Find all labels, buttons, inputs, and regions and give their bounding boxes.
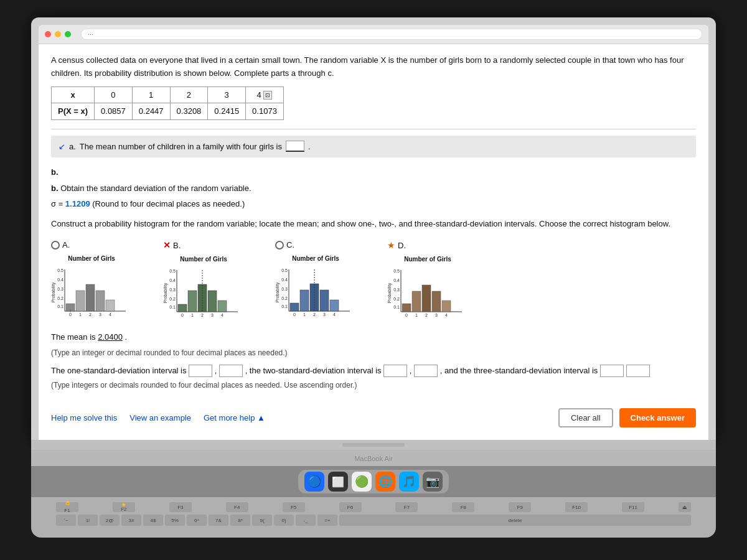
svg-text:0.5: 0.5 xyxy=(57,268,63,273)
svg-text:0.4: 0.4 xyxy=(57,278,63,282)
svg-text:0.1: 0.1 xyxy=(169,305,176,309)
fn-key-f11[interactable]: F11 xyxy=(622,502,644,512)
fn-key-f1[interactable]: 🌞 F1 xyxy=(56,502,78,512)
svg-rect-28 xyxy=(188,291,197,312)
interval-note: (Type integers or decimals rounded to fo… xyxy=(51,380,696,391)
svg-text:0.2: 0.2 xyxy=(57,296,63,301)
svg-rect-10 xyxy=(86,284,95,311)
key-backtick[interactable]: `~ xyxy=(56,515,76,526)
minimize-button[interactable] xyxy=(55,31,61,37)
fn-key-f9[interactable]: F9 xyxy=(509,502,531,512)
table-icon[interactable]: ⊡ xyxy=(263,91,272,100)
fn-key-f4[interactable]: F4 xyxy=(226,502,248,512)
svg-text:0: 0 xyxy=(405,313,408,317)
key-4[interactable]: 4$ xyxy=(143,515,163,526)
key-delete[interactable]: delete xyxy=(339,515,691,526)
interval-input-3a[interactable] xyxy=(600,365,624,377)
fn-key-f10[interactable]: F10 xyxy=(565,502,588,512)
interval-input-1a[interactable] xyxy=(189,365,212,377)
histogram-option-a[interactable]: A. Number of Girls Probability xyxy=(51,239,132,320)
svg-rect-65 xyxy=(402,304,411,312)
radio-c[interactable] xyxy=(275,241,284,250)
histogram-a-svg: Probability 0.5 0.4 0.3 0.2 0.1 xyxy=(51,264,132,320)
svg-text:3: 3 xyxy=(435,313,438,317)
dock-activity-icon[interactable]: ⬜ xyxy=(328,472,348,492)
svg-rect-31 xyxy=(218,301,227,312)
svg-text:1: 1 xyxy=(79,312,82,317)
fn-key-f2[interactable]: ☀️ F2 xyxy=(113,502,135,512)
key-9[interactable]: 9( xyxy=(252,515,272,526)
svg-rect-50 xyxy=(330,300,339,311)
option-d-hist-title: Number of Girls xyxy=(387,254,468,264)
option-a-hist-title: Number of Girls xyxy=(51,254,132,263)
check-answer-button[interactable]: Check answer xyxy=(619,408,696,427)
interval-input-1b[interactable] xyxy=(219,365,243,377)
key-2[interactable]: 2@ xyxy=(100,515,120,526)
sigma-note: (Round to four decimal places as needed.… xyxy=(92,199,245,208)
dock-web-icon[interactable]: 🌐 xyxy=(375,472,395,492)
part-b-label: b. xyxy=(51,166,696,179)
svg-text:0.5: 0.5 xyxy=(169,269,176,273)
key-8[interactable]: 8* xyxy=(230,515,250,526)
interval-input-2a[interactable] xyxy=(383,365,407,377)
table-val-3: 0.2415 xyxy=(208,103,246,120)
fn-key-f6[interactable]: F6 xyxy=(339,502,362,512)
radio-a[interactable] xyxy=(51,241,60,250)
interval-input-2b[interactable] xyxy=(414,365,438,377)
svg-text:0: 0 xyxy=(181,313,184,317)
browser-bar: ··· xyxy=(39,25,708,44)
histogram-option-b[interactable]: ✕ B. Number of Girls Probability 0.5 0.4… xyxy=(163,239,244,321)
dock-camera-icon[interactable]: 📷 xyxy=(423,472,443,492)
part-a-input[interactable] xyxy=(286,141,304,152)
fn-key-f7[interactable]: F7 xyxy=(395,502,418,512)
dock-music-icon[interactable]: 🎵 xyxy=(399,472,419,492)
svg-rect-46 xyxy=(290,303,299,311)
probability-table: x 0 1 2 3 4 ⊡ P(X = x) 0.0857 0.2447 0.3… xyxy=(51,86,284,120)
view-example-button[interactable]: View an example xyxy=(129,413,191,422)
key-minus[interactable]: -_ xyxy=(296,515,316,526)
fn-key-f5[interactable]: F5 xyxy=(283,502,305,512)
key-5[interactable]: 5% xyxy=(165,515,185,526)
key-3[interactable]: 3# xyxy=(121,515,141,526)
svg-text:Probability: Probability xyxy=(163,283,168,304)
svg-text:0.2: 0.2 xyxy=(393,297,400,301)
interval-input-3b[interactable] xyxy=(626,365,650,377)
svg-text:2: 2 xyxy=(201,313,204,317)
key-0[interactable]: 0) xyxy=(274,515,294,526)
histogram-option-d[interactable]: ★ D. Number of Girls Probability 0.5 0.4… xyxy=(387,239,468,321)
interval-text2: , the two-standard-deviation interval is xyxy=(245,366,382,375)
table-val-4: 0.1073 xyxy=(246,103,284,120)
key-equals[interactable]: =+ xyxy=(317,515,337,526)
fn-key-f8[interactable]: F8 xyxy=(452,502,474,512)
dock-finder-icon[interactable]: 🔵 xyxy=(304,472,324,492)
get-more-help-button[interactable]: Get more help ▲ xyxy=(204,413,265,422)
url-bar[interactable]: ··· xyxy=(81,29,702,40)
interval-comma2: , xyxy=(410,366,412,375)
interval-row: The one-standard-deviation interval is ,… xyxy=(51,365,696,378)
svg-rect-27 xyxy=(178,304,187,312)
dock-chrome-icon[interactable]: 🟢 xyxy=(352,472,372,492)
fn-key-delete[interactable]: ⏏ xyxy=(679,502,691,512)
action-buttons: Clear all Check answer xyxy=(558,408,696,427)
svg-text:1: 1 xyxy=(415,313,418,317)
intro-text: A census collected data on everyone that… xyxy=(51,54,696,80)
svg-text:0.3: 0.3 xyxy=(393,287,400,292)
part-b-section: b. b. Obtain the standard deviation of t… xyxy=(51,166,696,210)
svg-text:0.4: 0.4 xyxy=(281,278,288,282)
clear-all-button[interactable]: Clear all xyxy=(558,408,613,427)
table-header-4: 4 ⊡ xyxy=(246,86,284,103)
histogram-option-c[interactable]: C. Number of Girls Probability 0.5 0.4 0… xyxy=(275,239,356,320)
key-7[interactable]: 7& xyxy=(209,515,228,526)
table-val-0: 0.0857 xyxy=(95,103,133,120)
key-1[interactable]: 1! xyxy=(78,515,98,526)
sigma-line: σ = 1.1209 (Round to four decimal places… xyxy=(51,198,696,210)
key-6[interactable]: 6^ xyxy=(187,515,207,526)
fn-key-f3[interactable]: F3 xyxy=(169,502,192,512)
svg-text:0: 0 xyxy=(293,312,296,317)
help-me-solve-button[interactable]: Help me solve this xyxy=(51,413,117,422)
close-button[interactable] xyxy=(45,31,51,37)
keyboard-area: 🌞 F1 ☀️ F2 F3 F4 F5 F6 F7 F8 F9 F10 F11 … xyxy=(31,497,716,538)
svg-text:2: 2 xyxy=(89,312,92,317)
part-a-period: . xyxy=(308,141,311,153)
maximize-button[interactable] xyxy=(65,31,71,37)
